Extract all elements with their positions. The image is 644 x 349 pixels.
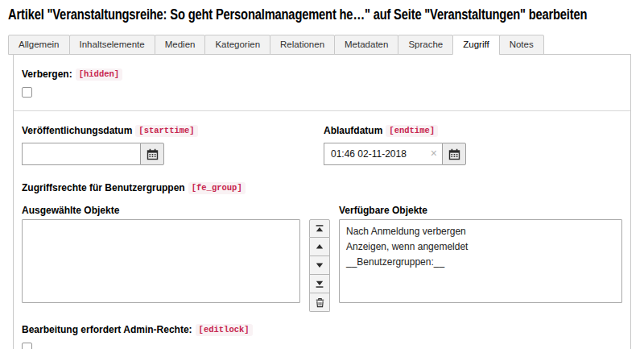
tab-kategorien[interactable]: Kategorien (204, 35, 270, 55)
move-down-button[interactable] (309, 256, 330, 275)
starttime-calendar-button[interactable] (140, 143, 164, 165)
section-fe-group: Zugriffsrechte für Benutzergruppen[fe_gr… (14, 165, 630, 312)
tab-metadaten[interactable]: Metadaten (334, 35, 398, 55)
move-to-top-button[interactable] (309, 219, 330, 238)
clear-icon[interactable]: × (431, 147, 437, 159)
tab-bar: Allgemein Inhaltselemente Medien Kategor… (6, 35, 638, 349)
starttime-field-code: [starttime] (135, 125, 197, 137)
endtime-calendar-button[interactable] (442, 143, 466, 165)
selected-objects-header: Ausgewählte Objekte (22, 204, 300, 217)
tab-inhaltselemente[interactable]: Inhaltselemente (69, 35, 155, 55)
select-option[interactable]: __Benutzergruppen:__ (340, 255, 621, 270)
trash-icon (315, 297, 325, 308)
form-panel: Verbergen:[hidden] Veröffentlichungsdatu… (13, 54, 631, 349)
calendar-icon (147, 148, 159, 160)
fe-group-field-code: [fe_group] (188, 182, 246, 194)
section-hidden: Verbergen:[hidden] (14, 55, 630, 111)
page-title: Artikel "Veranstaltungsreihe: So geht Pe… (8, 6, 543, 23)
fe-group-label: Zugriffsrechte für Benutzergruppen (22, 182, 185, 193)
move-up-icon (315, 242, 324, 251)
available-objects-listbox[interactable]: Nach Anmeldung verbergenAnzeigen, wenn a… (339, 219, 622, 303)
starttime-input[interactable] (22, 143, 140, 165)
move-up-button[interactable] (309, 238, 330, 256)
endtime-label: Ablaufdatum (324, 125, 382, 136)
editlock-label: Bearbeitung erfordert Admin-Rechte: (22, 324, 192, 335)
move-to-bottom-icon (315, 279, 324, 289)
available-objects-header: Verfügbare Objekte (339, 204, 427, 217)
hidden-field-code: [hidden] (76, 69, 122, 81)
section-dates: Veröffentlichungsdatum[starttime] (14, 111, 630, 165)
tab-zugriff[interactable]: Zugriff (452, 35, 499, 55)
editlock-field-code: [editlock] (196, 324, 253, 336)
hidden-checkbox[interactable] (22, 87, 32, 98)
tab-medien[interactable]: Medien (155, 35, 206, 55)
endtime-field-code: [endtime] (386, 125, 438, 137)
calendar-icon (448, 148, 460, 160)
move-to-bottom-button[interactable] (309, 275, 330, 293)
tab-sprache[interactable]: Sprache (398, 35, 453, 55)
selected-objects-listbox[interactable] (22, 219, 300, 303)
hidden-label: Verbergen: (22, 69, 72, 80)
select-option[interactable]: Anzeigen, wenn angemeldet (340, 239, 621, 255)
section-editlock: Bearbeitung erfordert Admin-Rechte:[edit… (14, 312, 630, 349)
list-control-buttons (309, 219, 330, 312)
starttime-column: Veröffentlichungsdatum[starttime] (22, 123, 322, 165)
move-down-icon (315, 260, 324, 270)
starttime-label: Veröffentlichungsdatum (22, 125, 132, 136)
endtime-input[interactable] (324, 143, 442, 165)
tab-allgemein[interactable]: Allgemein (8, 35, 70, 55)
remove-item-button[interactable] (309, 293, 330, 312)
editlock-checkbox[interactable] (22, 343, 32, 349)
select-option[interactable]: Nach Anmeldung verbergen (340, 224, 621, 239)
move-to-top-icon (315, 224, 324, 234)
tab-notes[interactable]: Notes (499, 35, 544, 55)
endtime-column: Ablaufdatum[endtime] × (322, 123, 622, 165)
tab-relationen[interactable]: Relationen (270, 35, 335, 55)
